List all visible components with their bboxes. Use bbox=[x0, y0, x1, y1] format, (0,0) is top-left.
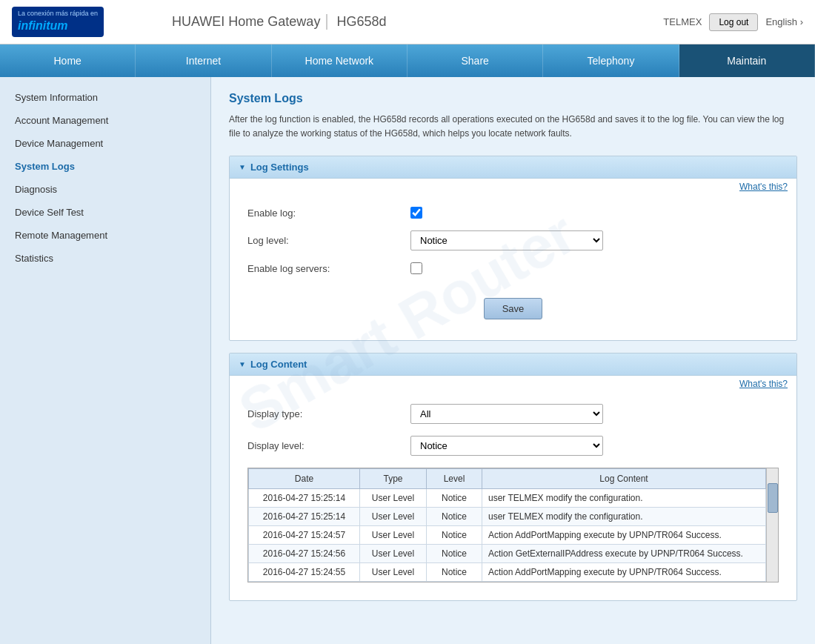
table-row: 2016-04-27 15:25:14 User Level Notice us… bbox=[249, 508, 766, 526]
log-content-whats-this[interactable]: What's this? bbox=[230, 376, 796, 392]
display-level-control: Emergency Alert Critical Error Warning N… bbox=[410, 436, 603, 456]
model-name: HG658d bbox=[326, 14, 386, 30]
log-content-body: Display type: All User Level System Leve… bbox=[230, 392, 796, 600]
sidebar-item-account-management[interactable]: Account Management bbox=[0, 109, 210, 132]
display-level-row: Display level: Emergency Alert Critical … bbox=[247, 436, 779, 456]
cell-date: 2016-04-27 15:24:57 bbox=[249, 526, 360, 545]
logo-area: La conexión más rápida en infinitum bbox=[12, 7, 160, 36]
nav-home-network[interactable]: Home Network bbox=[272, 44, 408, 77]
log-settings-arrow-icon: ▼ bbox=[239, 163, 246, 171]
display-type-select[interactable]: All User Level System Level bbox=[410, 404, 603, 424]
scrollbar-thumb bbox=[768, 483, 778, 513]
cell-level: Notice bbox=[427, 508, 482, 526]
product-name: HUAWEI Home Gateway bbox=[172, 14, 320, 30]
content-area: System Logs After the log function is en… bbox=[211, 77, 815, 644]
scrollbar[interactable] bbox=[766, 468, 778, 582]
log-table-wrapper: Date Type Level Log Content 2016-04-27 1… bbox=[247, 468, 779, 582]
log-content-header: ▼ Log Content bbox=[230, 353, 796, 376]
cell-content: user TELMEX modify the configuration. bbox=[482, 489, 766, 508]
log-settings-title: Log Settings bbox=[250, 162, 309, 173]
log-settings-body: Enable log: Log level: Emergency Alert C… bbox=[230, 195, 796, 340]
enable-log-checkbox[interactable] bbox=[410, 207, 422, 219]
cell-type: User Level bbox=[360, 489, 427, 508]
enable-log-servers-control bbox=[410, 262, 422, 274]
table-scroll: Date Type Level Log Content 2016-04-27 1… bbox=[248, 468, 778, 582]
log-table: Date Type Level Log Content 2016-04-27 1… bbox=[248, 468, 766, 582]
log-level-row: Log level: Emergency Alert Critical Erro… bbox=[247, 230, 779, 250]
logout-button[interactable]: Log out bbox=[709, 13, 758, 31]
page-title: System Logs bbox=[229, 92, 797, 105]
col-level: Level bbox=[427, 469, 482, 489]
sidebar-item-statistics[interactable]: Statistics bbox=[0, 247, 210, 270]
table-row: 2016-04-27 15:25:14 User Level Notice us… bbox=[249, 489, 766, 508]
col-date: Date bbox=[249, 469, 360, 489]
cell-content: user TELMEX modify the configuration. bbox=[482, 508, 766, 526]
log-content-section: ▼ Log Content What's this? Display type:… bbox=[229, 353, 797, 601]
cell-date: 2016-04-27 15:25:14 bbox=[249, 489, 360, 508]
nav-maintain[interactable]: Maintain bbox=[679, 44, 815, 77]
logo-box: La conexión más rápida en infinitum bbox=[12, 7, 104, 36]
sidebar-item-system-information[interactable]: System Information bbox=[0, 86, 210, 109]
cell-level: Notice bbox=[427, 545, 482, 563]
main-nav: Home Internet Home Network Share Telepho… bbox=[0, 44, 815, 77]
cell-content: Action GetExternalIPAddress execute by U… bbox=[482, 545, 766, 563]
enable-log-row: Enable log: bbox=[247, 207, 779, 219]
main-layout: System Information Account Management De… bbox=[0, 77, 815, 644]
log-settings-whats-this[interactable]: What's this? bbox=[230, 179, 796, 195]
display-level-select[interactable]: Emergency Alert Critical Error Warning N… bbox=[410, 436, 603, 456]
cell-level: Notice bbox=[427, 526, 482, 545]
cell-type: User Level bbox=[360, 526, 427, 545]
table-row: 2016-04-27 15:24:55 User Level Notice Ac… bbox=[249, 563, 766, 582]
save-button[interactable]: Save bbox=[484, 298, 543, 319]
tagline: La conexión más rápida en bbox=[18, 10, 98, 19]
display-type-control: All User Level System Level bbox=[410, 404, 603, 424]
table-main: Date Type Level Log Content 2016-04-27 1… bbox=[248, 468, 766, 582]
cell-level: Notice bbox=[427, 563, 482, 582]
col-content: Log Content bbox=[482, 469, 766, 489]
cell-type: User Level bbox=[360, 563, 427, 582]
display-type-label: Display type: bbox=[247, 408, 410, 419]
enable-log-servers-checkbox[interactable] bbox=[410, 262, 422, 274]
enable-log-control bbox=[410, 207, 422, 219]
enable-log-servers-label: Enable log servers: bbox=[247, 263, 410, 274]
cell-type: User Level bbox=[360, 545, 427, 563]
enable-log-servers-row: Enable log servers: bbox=[247, 262, 779, 274]
sidebar-item-system-logs[interactable]: System Logs bbox=[0, 155, 210, 178]
sidebar-item-device-management[interactable]: Device Management bbox=[0, 132, 210, 155]
sidebar-item-diagnosis[interactable]: Diagnosis bbox=[0, 178, 210, 201]
nav-home[interactable]: Home bbox=[0, 44, 136, 77]
save-btn-row: Save bbox=[247, 286, 779, 328]
header-right: TELMEX Log out English › bbox=[663, 13, 803, 31]
log-level-control: Emergency Alert Critical Error Warning N… bbox=[410, 230, 603, 250]
sidebar-item-device-self-test[interactable]: Device Self Test bbox=[0, 201, 210, 224]
log-content-arrow-icon: ▼ bbox=[239, 360, 246, 368]
table-row: 2016-04-27 15:24:57 User Level Notice Ac… bbox=[249, 526, 766, 545]
display-level-label: Display level: bbox=[247, 440, 410, 451]
cell-type: User Level bbox=[360, 508, 427, 526]
cell-level: Notice bbox=[427, 489, 482, 508]
header: La conexión más rápida en infinitum HUAW… bbox=[0, 0, 815, 44]
table-row: 2016-04-27 15:24:56 User Level Notice Ac… bbox=[249, 545, 766, 563]
col-type: Type bbox=[360, 469, 427, 489]
log-settings-header: ▼ Log Settings bbox=[230, 156, 796, 179]
cell-content: Action AddPortMapping execute by UPNP/TR… bbox=[482, 563, 766, 582]
nav-internet[interactable]: Internet bbox=[136, 44, 271, 77]
nav-telephony[interactable]: Telephony bbox=[543, 44, 679, 77]
username: TELMEX bbox=[663, 16, 702, 27]
cell-content: Action AddPortMapping execute by UPNP/TR… bbox=[482, 526, 766, 545]
display-type-row: Display type: All User Level System Leve… bbox=[247, 404, 779, 424]
language-selector[interactable]: English › bbox=[765, 16, 803, 27]
brand-name: infinitum bbox=[18, 19, 98, 34]
cell-date: 2016-04-27 15:25:14 bbox=[249, 508, 360, 526]
page-description: After the log function is enabled, the H… bbox=[229, 113, 797, 141]
log-level-label: Log level: bbox=[247, 235, 410, 246]
nav-share[interactable]: Share bbox=[408, 44, 543, 77]
sidebar: System Information Account Management De… bbox=[0, 77, 211, 644]
enable-log-label: Enable log: bbox=[247, 208, 410, 219]
log-content-title: Log Content bbox=[250, 359, 307, 370]
log-settings-section: ▼ Log Settings What's this? Enable log: … bbox=[229, 156, 797, 341]
log-level-select[interactable]: Emergency Alert Critical Error Warning N… bbox=[410, 230, 603, 250]
cell-date: 2016-04-27 15:24:56 bbox=[249, 545, 360, 563]
sidebar-item-remote-management[interactable]: Remote Management bbox=[0, 224, 210, 247]
cell-date: 2016-04-27 15:24:55 bbox=[249, 563, 360, 582]
